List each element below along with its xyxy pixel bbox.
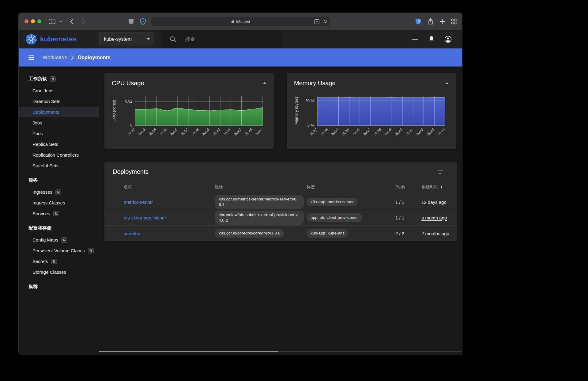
sidebar-item-persistent-volume-claims[interactable]: Persistent Volume ClaimsN [19, 245, 99, 256]
column-created[interactable]: 创建时间 ↑ [421, 184, 450, 190]
address-bar[interactable]: k8s.test A ↻ [151, 17, 330, 26]
svg-text:20:40: 20:40 [394, 128, 403, 136]
created-time: a month ago [421, 215, 447, 220]
sidebar-section-工作负载: 工作负载N [19, 73, 99, 85]
reload-icon[interactable]: ↻ [323, 19, 327, 24]
cpu-usage-card: CPU Usage 0.02020:3220:3320:3420:3520:36… [104, 73, 274, 149]
brand-name: kubernetes [40, 35, 77, 43]
horizontal-scrollbar[interactable] [99, 351, 462, 352]
sidebar-item-config-maps[interactable]: Config MapsN [19, 234, 99, 245]
search-icon [170, 36, 176, 43]
svg-text:20:37: 20:37 [362, 128, 371, 136]
notifications-bell-icon[interactable] [428, 36, 435, 43]
new-tab-icon[interactable] [439, 18, 445, 24]
sidebar-item-ingress-classes[interactable]: Ingress Classes [19, 197, 99, 208]
sidebar-section-集群: 集群 [19, 280, 99, 293]
svg-text:20:35: 20:35 [341, 128, 350, 136]
chevron-down-icon[interactable] [59, 20, 62, 22]
close-window-button[interactable] [24, 19, 28, 23]
minimize-window-button[interactable] [31, 19, 35, 23]
tab-overview-icon[interactable] [451, 18, 457, 25]
browser-window: k8s.test A ↻ [18, 13, 462, 355]
svg-text:0 Mi: 0 Mi [307, 123, 315, 128]
svg-text:20:37: 20:37 [180, 128, 189, 136]
namespace-selector[interactable]: kube-system [99, 32, 154, 46]
translate-icon[interactable]: A [314, 19, 319, 24]
svg-text:20:41: 20:41 [223, 128, 231, 136]
collapse-card-icon[interactable] [263, 82, 266, 84]
pods-count: 2 / 2 [395, 231, 421, 236]
share-icon[interactable] [428, 18, 434, 25]
pods-count: 1 / 1 [395, 200, 421, 205]
extension-shield-icon[interactable] [415, 18, 421, 25]
column-name[interactable]: 名称 [124, 184, 215, 190]
sidebar-item-cron-jobs[interactable]: Cron Jobs [19, 85, 99, 96]
svg-text:0: 0 [130, 123, 132, 128]
svg-text:20:38: 20:38 [191, 128, 199, 136]
breadcrumb-section-link[interactable]: Workloads [43, 55, 67, 61]
sidebar: 工作负载NCron JobsDaemon SetsDeploymentsJobs… [19, 67, 99, 355]
sidebar-item-ingresses[interactable]: IngressesN [19, 187, 99, 197]
column-pods: Pods [395, 185, 421, 189]
sidebar-item-secrets[interactable]: SecretsN [19, 256, 99, 267]
forward-button[interactable] [82, 18, 85, 25]
label-chip: app: nfs-client-provisioner [307, 213, 362, 222]
svg-text:Memory (bytes): Memory (bytes) [294, 97, 299, 124]
namespaced-badge: N [51, 259, 57, 264]
sidebar-item-storage-classes[interactable]: Storage Classes [19, 267, 99, 277]
zoom-window-button[interactable] [37, 19, 41, 23]
dashboard-page: kubernetes kube-system 搜索 [19, 30, 462, 355]
sidebar-toggle-icon[interactable] [49, 19, 55, 24]
deployment-link-nfs-client-provisioner[interactable]: nfs-client-provisioner [124, 215, 166, 220]
search-placeholder: 搜索 [185, 36, 195, 43]
filter-icon[interactable] [437, 170, 443, 176]
memory-card-title: Memory Usage [294, 80, 336, 87]
svg-text:20:33: 20:33 [320, 128, 328, 136]
collapse-card-icon[interactable] [445, 82, 449, 84]
create-resource-button[interactable] [411, 36, 419, 43]
search-input[interactable]: 搜索 [160, 30, 283, 48]
table-row: nfs-client-provisionerchronolaw/nfs-subd… [104, 210, 457, 225]
deployment-link-coredns[interactable]: coredns [124, 231, 140, 236]
sidebar-item-deployments[interactable]: Deployments [19, 107, 99, 117]
sidebar-item-stateful-sets[interactable]: Stateful Sets [19, 160, 99, 171]
kubernetes-wheel-icon [25, 33, 37, 45]
svg-text:20:38: 20:38 [373, 128, 382, 136]
sidebar-item-replica-sets[interactable]: Replica Sets [19, 139, 99, 150]
content-blocker-shield-icon[interactable] [140, 18, 146, 25]
app-header: kubernetes kube-system 搜索 [19, 30, 462, 48]
privacy-shield-icon[interactable] [128, 18, 134, 25]
scrollbar-thumb[interactable] [99, 351, 278, 352]
sidebar-item-jobs[interactable]: Jobs [19, 117, 99, 128]
svg-text:20:41: 20:41 [405, 128, 413, 136]
svg-text:20:42: 20:42 [233, 128, 242, 136]
namespaced-badge: N [88, 248, 94, 253]
back-button[interactable] [70, 18, 74, 25]
pods-count: 1 / 1 [395, 215, 421, 220]
svg-text:20:32: 20:32 [309, 128, 318, 136]
svg-text:20:39: 20:39 [202, 128, 210, 136]
breadcrumb-bar: Workloads Deployments [19, 48, 462, 67]
browser-toolbar: k8s.test A ↻ [19, 13, 462, 30]
svg-text:20:36: 20:36 [352, 128, 360, 136]
sidebar-item-pods[interactable]: Pods [19, 128, 99, 139]
deployments-table-body: metrics-serverk8s.gcr.io/metrics-server/… [104, 194, 457, 241]
menu-hamburger-icon[interactable] [28, 55, 34, 60]
column-labels: 标签 [307, 184, 395, 190]
memory-chart: 50 Mi0 Mi20:3220:3320:3420:3520:3620:372… [287, 88, 456, 146]
sidebar-item-daemon-sets[interactable]: Daemon Sets [19, 96, 99, 107]
deployment-link-metrics-server[interactable]: metrics-server [124, 200, 153, 205]
label-chip: k8s-app: kube-dns [307, 229, 349, 238]
created-time: 2 months ago [421, 231, 449, 236]
namespaced-badge: N [55, 189, 61, 195]
sidebar-item-replication-controllers[interactable]: Replication Controllers [19, 150, 99, 160]
svg-text:20:43: 20:43 [244, 128, 253, 136]
breadcrumb-chevron-icon [71, 55, 74, 60]
sidebar-item-services[interactable]: ServicesN [19, 208, 99, 219]
cpu-chart: 0.02020:3220:3320:3420:3520:3620:3720:38… [104, 88, 274, 146]
table-header: 名称 镜像 标签 Pods 创建时间 ↑ [104, 180, 457, 194]
account-avatar[interactable] [444, 36, 452, 43]
kubernetes-logo[interactable]: kubernetes [25, 33, 77, 45]
table-row: corednsk8s.gcr.io/coredns/coredns:v1.8.6… [104, 225, 457, 241]
svg-text:20:36: 20:36 [169, 128, 178, 136]
